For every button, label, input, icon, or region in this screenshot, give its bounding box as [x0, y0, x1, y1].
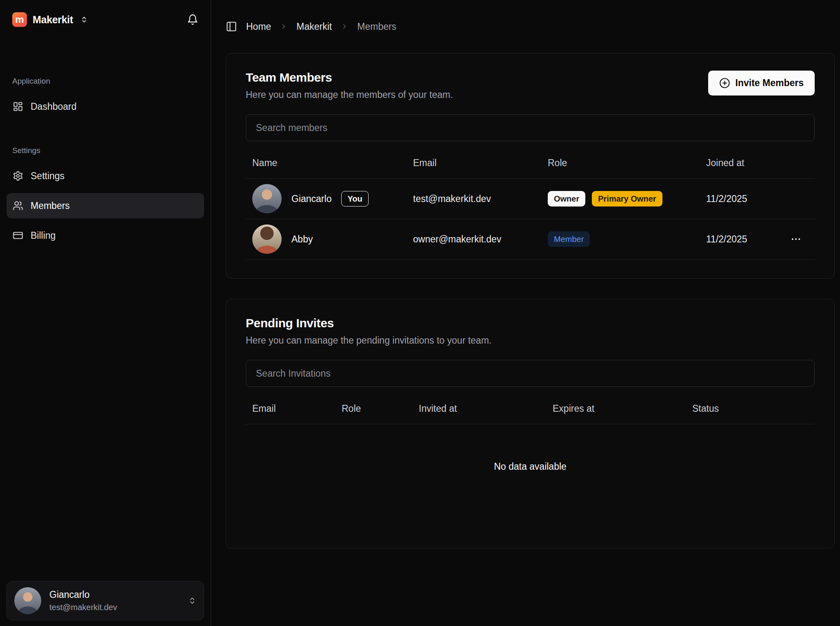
- team-selector[interactable]: m Makerkit: [12, 12, 88, 27]
- you-badge: You: [341, 191, 368, 206]
- nav-list-application: Dashboard: [7, 94, 204, 119]
- member-email: test@makerkit.dev: [407, 193, 541, 204]
- invite-members-button[interactable]: Invite Members: [708, 71, 815, 95]
- notifications-bell-icon[interactable]: [187, 14, 198, 25]
- invites-table-header: Email Role Invited at Expires at Status: [246, 393, 815, 424]
- breadcrumb-makerkit[interactable]: Makerkit: [296, 21, 332, 32]
- circle-plus-icon: [719, 78, 730, 89]
- brand-logo: m: [12, 12, 27, 27]
- column-header-role: Role: [335, 393, 412, 424]
- table-row: Giancarlo You test@makerkit.dev Owner Pr…: [246, 179, 815, 219]
- users-icon: [13, 200, 23, 211]
- sidebar-item-members[interactable]: Members: [7, 193, 204, 218]
- members-table-header: Name Email Role Joined at: [246, 147, 815, 179]
- role-badge-primary-owner: Primary Owner: [592, 191, 662, 206]
- chevrons-up-down-icon: [188, 597, 196, 605]
- member-name: Abby: [291, 234, 313, 245]
- column-header-expires-at: Expires at: [546, 393, 686, 424]
- member-name-cell: Giancarlo You: [246, 184, 407, 213]
- breadcrumb-home[interactable]: Home: [246, 21, 271, 32]
- member-role-cell: Owner Primary Owner: [541, 191, 700, 206]
- user-avatar: [14, 587, 41, 614]
- credit-card-icon: [13, 230, 23, 241]
- sidebar-section-settings: Settings: [7, 146, 204, 155]
- sidebar-header: m Makerkit: [7, 8, 204, 31]
- member-joined-cell: 11/2/2025: [700, 193, 815, 204]
- team-members-titles: Team Members Here you can manage the mem…: [246, 71, 453, 100]
- chevron-right-icon: [280, 23, 287, 30]
- column-header-invited-at: Invited at: [412, 393, 546, 424]
- column-header-status: Status: [686, 393, 815, 424]
- column-header-joined-at: Joined at: [700, 147, 815, 178]
- member-joined-cell: 11/2/2025: [700, 231, 815, 247]
- role-badge-owner: Owner: [548, 191, 585, 206]
- search-members-input[interactable]: [246, 114, 815, 141]
- gear-icon: [13, 171, 23, 181]
- table-row: Abby owner@makerkit.dev Member 11/2/2025: [246, 219, 815, 260]
- member-name: Giancarlo: [291, 193, 331, 204]
- member-avatar: [252, 184, 282, 213]
- breadcrumb-members: Members: [357, 21, 396, 32]
- ellipsis-icon: [790, 233, 802, 245]
- sidebar-item-dashboard[interactable]: Dashboard: [7, 94, 204, 119]
- sidebar-section-application: Application: [7, 77, 204, 86]
- search-invitations-input[interactable]: [246, 360, 815, 387]
- user-meta: Giancarlo test@makerkit.dev: [49, 589, 117, 612]
- sidebar-item-label: Members: [31, 200, 70, 211]
- invites-table: Email Role Invited at Expires at Status …: [246, 393, 815, 529]
- member-avatar: [252, 224, 282, 254]
- chevron-right-icon: [341, 23, 348, 30]
- sidebar-item-label: Dashboard: [31, 101, 77, 112]
- member-role-cell: Member: [541, 231, 700, 247]
- sidebar-item-label: Billing: [31, 230, 56, 241]
- user-name: Giancarlo: [49, 589, 117, 600]
- member-joined-date: 11/2/2025: [706, 234, 747, 245]
- user-email: test@makerkit.dev: [49, 603, 117, 612]
- pending-invites-title: Pending Invites: [246, 316, 815, 330]
- team-members-header: Team Members Here you can manage the mem…: [246, 71, 815, 100]
- pending-invites-subtitle: Here you can manage the pending invitati…: [246, 335, 815, 346]
- brand-name: Makerkit: [33, 14, 73, 26]
- sidebar-item-label: Settings: [31, 171, 64, 182]
- user-menu[interactable]: Giancarlo test@makerkit.dev: [7, 581, 204, 620]
- sidebar-item-settings[interactable]: Settings: [7, 163, 204, 189]
- row-actions-menu-button[interactable]: [788, 231, 804, 247]
- team-members-subtitle: Here you can manage the members of your …: [246, 89, 453, 100]
- breadcrumb: Home Makerkit Members: [226, 0, 835, 53]
- main-content: Home Makerkit Members Team Members Here …: [211, 0, 840, 626]
- member-email: owner@makerkit.dev: [407, 234, 541, 245]
- column-header-name: Name: [246, 147, 407, 178]
- member-name-cell: Abby: [246, 224, 407, 254]
- column-header-email: Email: [246, 393, 335, 424]
- sidebar-item-billing[interactable]: Billing: [7, 223, 204, 248]
- member-joined-date: 11/2/2025: [706, 193, 747, 204]
- members-table: Name Email Role Joined at Giancarlo You …: [246, 147, 815, 260]
- brand-logo-letter: m: [15, 14, 24, 25]
- column-header-email: Email: [407, 147, 541, 178]
- nav-list-settings: Settings Members Billing: [7, 163, 204, 248]
- team-members-title: Team Members: [246, 71, 453, 84]
- role-badge-member: Member: [548, 231, 590, 247]
- invite-members-label: Invite Members: [736, 78, 804, 89]
- column-header-role: Role: [541, 147, 700, 178]
- empty-state-text: No data available: [246, 424, 815, 529]
- app-root: m Makerkit Application Dashboard Setting…: [0, 0, 840, 626]
- sidebar: m Makerkit Application Dashboard Setting…: [0, 0, 211, 626]
- chevrons-up-down-icon: [80, 16, 88, 23]
- team-members-card: Team Members Here you can manage the mem…: [226, 53, 835, 279]
- dashboard-icon: [13, 101, 23, 112]
- pending-invites-card: Pending Invites Here you can manage the …: [226, 299, 835, 548]
- sidebar-toggle-icon[interactable]: [226, 21, 237, 32]
